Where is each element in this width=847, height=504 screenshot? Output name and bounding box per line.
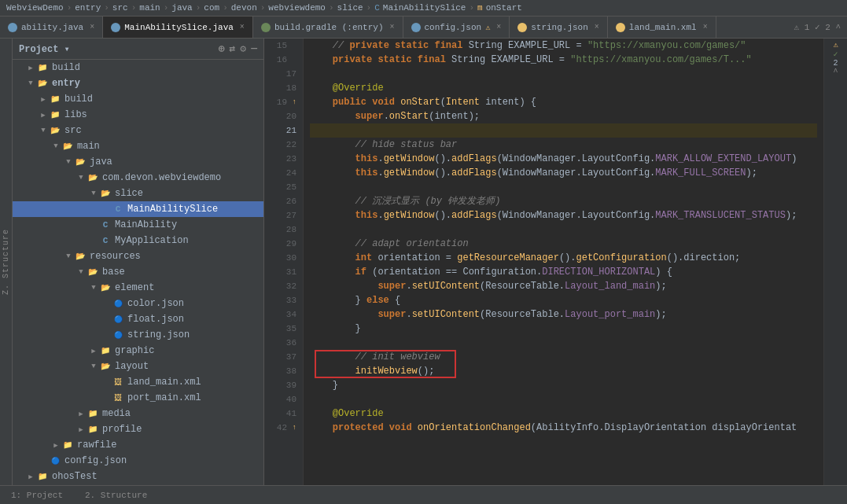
sidebar-item-build-root[interactable]: ▶ 📁 build: [13, 60, 263, 75]
breadcrumb-onstart[interactable]: onStart: [486, 3, 522, 13]
sidebar-item-media[interactable]: ▶ 📁 media: [13, 406, 263, 421]
breadcrumb-webviewdemo[interactable]: WebviewDemo: [6, 3, 64, 13]
tree-label-mainabilityslice: MainAbilitySlice: [127, 204, 263, 215]
tab-close-ability[interactable]: ×: [90, 23, 94, 31]
breadcrumb-slice[interactable]: slice: [337, 3, 363, 13]
code-line-20: super.onStart(intent);: [310, 109, 817, 123]
tab-close-buildgradle[interactable]: ×: [390, 23, 395, 31]
folder-icon-build-entry: 📁: [49, 93, 61, 105]
breadcrumb-src[interactable]: src: [112, 3, 128, 13]
tab-landmain[interactable]: land_main.xml ×: [608, 17, 716, 38]
tree-label-build-root: build: [52, 62, 263, 73]
code-line-41: @Override: [310, 407, 817, 421]
sidebar-item-element[interactable]: ▼ 📂 element: [13, 280, 263, 296]
breadcrumb-java[interactable]: java: [171, 3, 192, 13]
sidebar-item-src[interactable]: ▼ 📂 src: [13, 123, 263, 138]
right-gutter: ⚠ ✓ 2 ^: [823, 39, 847, 485]
tab-buildgradle[interactable]: build.gradle (:entry) ×: [253, 17, 403, 38]
sidebar-item-rawfile[interactable]: ▶ 📁 rawfile: [13, 437, 263, 453]
tab-config[interactable]: config.json ⚠ ×: [403, 17, 510, 38]
sidebar-item-ohostest[interactable]: ▶ 📁 ohosTest: [13, 469, 263, 484]
ln-39: 39: [271, 378, 296, 392]
sidebar-item-myapplication[interactable]: C MyApplication: [13, 233, 263, 248]
ln-24: 24: [271, 166, 296, 180]
breadcrumb-main[interactable]: main: [139, 3, 160, 13]
sidebar-item-mainability[interactable]: C MainAbility: [13, 217, 263, 233]
sidebar-item-mainabilityslice[interactable]: C MainAbilitySlice: [13, 201, 263, 217]
tab-icon-mainabilityslice: [111, 23, 120, 32]
code-line-33: } else {: [310, 293, 817, 307]
arrow-media: ▶: [75, 410, 87, 418]
ln-38: 38: [271, 364, 296, 378]
sidebar-action-add[interactable]: ⊕: [219, 42, 225, 55]
arrow-build-entry: ▶: [38, 95, 49, 104]
tab-stringjson[interactable]: string.json ×: [510, 17, 608, 38]
sidebar-item-resources[interactable]: ▼ 📂 resources: [13, 248, 263, 264]
folder-icon-layout: 📂: [99, 360, 112, 373]
sidebar-item-com-devon[interactable]: ▼ 📂 com.devon.webviewdemo: [13, 170, 263, 186]
sidebar-item-entry[interactable]: ▼ 📂 entry: [13, 75, 263, 91]
ln-42: 42↑: [271, 421, 296, 435]
sidebar-item-land-main[interactable]: 🖼 land_main.xml: [13, 374, 263, 390]
sidebar-item-float-json[interactable]: 🔵 float.json: [13, 311, 263, 327]
folder-icon-ohostest: 📁: [36, 470, 49, 483]
code-line-22: // hide status bar: [310, 138, 817, 152]
ln-31: 31: [271, 265, 296, 279]
tab-ability[interactable]: ability.java ×: [0, 17, 103, 38]
code-line-34: super.setUIContent(ResourceTable.Layout_…: [310, 307, 817, 322]
breadcrumb-entry[interactable]: entry: [75, 3, 101, 13]
sidebar-header: Project ▾ ⊕ ⇄ ⚙ —: [13, 39, 263, 60]
breadcrumb-sep-8: ›: [329, 3, 334, 13]
ln-15: 15: [271, 39, 296, 53]
tree-label-slice: slice: [115, 188, 263, 199]
breadcrumb-webviewdemo2[interactable]: webviewdemo: [268, 3, 326, 13]
code-line-37: // init webview: [310, 350, 817, 364]
tab-close-stringjson[interactable]: ×: [595, 23, 599, 31]
file-icon-land-main: 🖼: [112, 376, 124, 388]
sidebar-item-build-entry[interactable]: ▶ 📁 build: [13, 91, 263, 107]
arrow-layout: ▼: [88, 362, 99, 370]
tab-close-config[interactable]: ×: [496, 23, 501, 31]
folder-icon-graphic: 📁: [99, 344, 112, 357]
sidebar-item-java[interactable]: ▼ 📂 java: [13, 154, 263, 170]
sidebar-item-color-json[interactable]: 🔵 color.json: [13, 296, 263, 311]
tab-right-info: ⚠ 1 ✓ 2 ^: [788, 17, 847, 38]
code-line-40: [310, 392, 817, 407]
folder-icon-libs: 📁: [49, 109, 61, 121]
tab-bar: ability.java × MainAbilitySlice.java × b…: [0, 17, 847, 39]
sidebar-item-port-main[interactable]: 🖼 port_main.xml: [13, 390, 263, 406]
sidebar-item-slice[interactable]: ▼ 📂 slice: [13, 186, 263, 201]
sidebar-action-minimize[interactable]: —: [251, 42, 257, 55]
code-line-29: // adapt orientation: [310, 237, 817, 251]
ln-23: 23: [271, 152, 296, 166]
bottom-tab-structure[interactable]: 2. Structure: [80, 489, 152, 502]
tab-mainabilityslice[interactable]: MainAbilitySlice.java ×: [103, 17, 253, 38]
sidebar-item-string-json[interactable]: 🔵 string.json: [13, 327, 263, 343]
file-icon-color-json: 🔵: [112, 297, 124, 310]
sidebar-item-base[interactable]: ▼ 📂 base: [13, 264, 263, 280]
breadcrumb-sep-6: ›: [223, 3, 228, 13]
tab-close-mainabilityslice[interactable]: ×: [240, 23, 245, 31]
tab-close-landmain[interactable]: ×: [703, 23, 708, 31]
sidebar-action-sync[interactable]: ⇄: [230, 42, 236, 55]
sidebar-item-layout[interactable]: ▼ 📂 layout: [13, 359, 263, 374]
tree-label-com-devon: com.devon.webviewdemo: [102, 172, 263, 183]
right-gutter-content: ⚠ ✓ 2 ^: [824, 39, 847, 78]
sidebar-item-config-json-entry[interactable]: 🔵 config.json: [13, 453, 263, 469]
tab-label-buildgradle: build.gradle (:entry): [274, 23, 384, 32]
sidebar-item-profile[interactable]: ▶ 📁 profile: [13, 421, 263, 437]
sidebar-item-libs[interactable]: ▶ 📁 libs: [13, 107, 263, 123]
sidebar-title: Project ▾: [19, 43, 70, 55]
breadcrumb-com[interactable]: com: [204, 3, 219, 13]
sidebar-item-graphic[interactable]: ▶ 📁 graphic: [13, 343, 263, 359]
sidebar-item-main[interactable]: ▼ 📂 main: [13, 138, 263, 154]
breadcrumb-sep-1: ›: [67, 3, 72, 13]
breadcrumb-class: C: [374, 3, 380, 13]
breadcrumb-mainabilityslice[interactable]: MainAbilitySlice: [383, 3, 466, 13]
breadcrumb-devon[interactable]: devon: [231, 3, 257, 13]
tab-icon-config: [411, 23, 421, 32]
sidebar-action-settings[interactable]: ⚙: [240, 42, 246, 55]
editor[interactable]: 15 16 17 18 19↑ 20 21 22 23 24 25 26 27 …: [264, 39, 847, 485]
bottom-tab-project[interactable]: 1: Project: [6, 489, 68, 502]
tree-label-element: element: [115, 282, 263, 293]
